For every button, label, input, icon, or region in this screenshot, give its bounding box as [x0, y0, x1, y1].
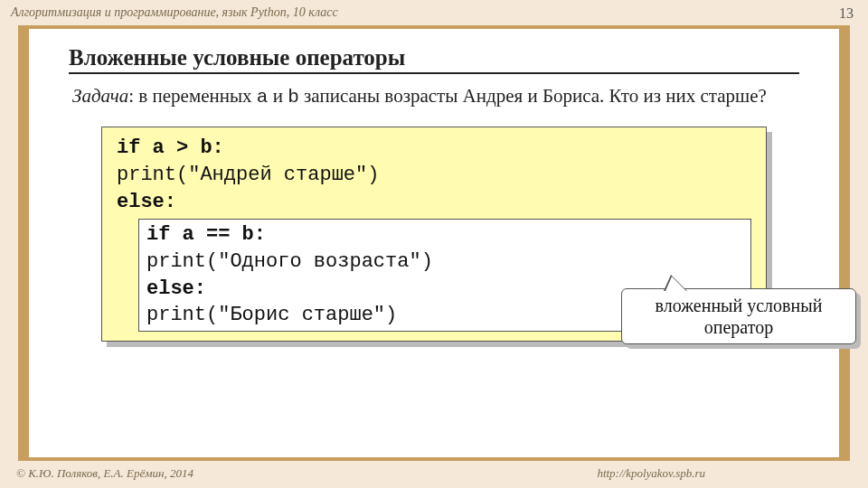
task-part1: : в переменных	[128, 85, 257, 107]
url: http://kpolyakov.spb.ru	[597, 466, 705, 481]
callout-box: вложенный условный оператор	[621, 288, 856, 344]
code-line: print("Одного возраста")	[146, 249, 743, 276]
task-label: Задача	[72, 85, 128, 107]
code-block: if a > b: print("Андрей старше") else: i…	[101, 127, 767, 342]
var-b: b	[288, 87, 299, 108]
header-text: Алгоритмизация и программирование, язык …	[11, 5, 338, 20]
copyright: © К.Ю. Поляков, Е.А. Ерёмин, 2014	[16, 466, 193, 481]
callout-text: вложенный условный оператор	[656, 296, 823, 337]
code-line: else:	[117, 189, 751, 216]
slide-title: Вложенные условные операторы	[69, 45, 799, 74]
code-line: print("Андрей старше")	[117, 162, 751, 189]
task-text: Задача: в переменных a и b записаны возр…	[72, 83, 799, 110]
task-part2: записаны возрасты Андрея и Бориса. Кто и…	[299, 85, 767, 107]
code-box: if a > b: print("Андрей старше") else: i…	[101, 127, 767, 342]
page-number: 13	[839, 5, 854, 22]
callout: вложенный условный оператор	[621, 288, 856, 344]
var-a: a	[257, 87, 269, 108]
slide-frame: Вложенные условные операторы Задача: в п…	[18, 29, 850, 457]
callout-tail	[664, 275, 687, 291]
task-mid: и	[268, 85, 288, 107]
code-line: if a > b:	[117, 135, 751, 162]
code-line: if a == b:	[146, 221, 743, 249]
